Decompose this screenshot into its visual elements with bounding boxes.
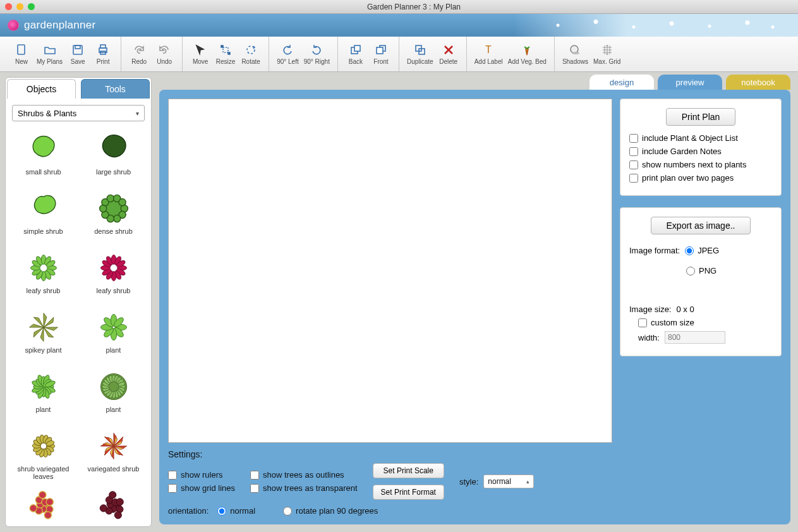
print-icon [96, 43, 110, 57]
max-grid-button[interactable]: Max. Grid [591, 42, 623, 66]
send-back-button[interactable]: Back [343, 42, 368, 66]
category-dropdown[interactable]: Shrubs & Plants [12, 105, 145, 121]
resize-button[interactable]: Resize [213, 42, 238, 66]
palette-item[interactable]: plant [8, 366, 78, 423]
style-select[interactable]: normal [483, 475, 534, 488]
palette-item[interactable]: plant [78, 366, 148, 423]
palette-item[interactable]: leafy shrub [8, 248, 78, 305]
move-cursor-icon [193, 43, 207, 57]
svg-point-134 [116, 499, 123, 505]
svg-point-115 [44, 512, 51, 519]
width-label: width: [638, 333, 660, 342]
shadow-icon [568, 43, 582, 57]
tab-objects[interactable]: Objects [7, 79, 76, 99]
palette-item[interactable]: dense shrub [78, 188, 148, 245]
palette-item[interactable]: large shrub [78, 129, 148, 186]
tab-tools[interactable]: Tools [81, 79, 150, 99]
plant-icon [26, 369, 61, 404]
chk-trees-outlines[interactable]: show trees as outlines [250, 470, 358, 480]
print-button[interactable]: Print [90, 42, 116, 66]
set-print-format-button[interactable]: Set Print Format [373, 485, 444, 500]
print-plan-button[interactable]: Print Plan [666, 108, 736, 126]
bring-front-button[interactable]: Front [368, 42, 394, 66]
new-button[interactable]: New [9, 42, 34, 66]
palette-item[interactable] [8, 485, 78, 526]
add-label-button[interactable]: TAdd Label [472, 42, 505, 66]
svg-rect-7 [221, 45, 223, 47]
svg-rect-4 [100, 45, 106, 48]
svg-point-118 [30, 505, 37, 512]
plant-icon [96, 131, 131, 167]
radio-jpeg[interactable]: JPEG [685, 246, 719, 255]
minimize-icon[interactable] [16, 3, 23, 10]
svg-point-126 [114, 512, 121, 519]
shadows-button[interactable]: Shadows [560, 42, 591, 66]
preview-canvas[interactable] [168, 99, 612, 443]
palette-item[interactable]: variegated shrub [78, 426, 148, 483]
plant-icon [26, 250, 61, 286]
print-settings: Settings: show rulers show grid lines sh… [168, 449, 612, 516]
object-palette[interactable]: small shrublarge shrubsimple shrubdense … [6, 125, 151, 526]
rotate-left-button[interactable]: 90° Left [274, 42, 301, 66]
plant-icon [96, 369, 131, 404]
image-size-label: Image size: [629, 305, 671, 314]
radio-png[interactable]: PNG [686, 266, 716, 275]
zoom-icon[interactable] [28, 3, 35, 10]
work-area: Settings: show rulers show grid lines sh… [159, 90, 790, 524]
palette-item[interactable]: plant [78, 307, 148, 364]
undo-button[interactable]: Undo [152, 42, 177, 66]
radio-orient-normal[interactable]: normal [217, 506, 255, 516]
svg-text:T: T [485, 44, 492, 55]
svg-point-132 [109, 492, 116, 499]
plant-icon [26, 131, 61, 167]
tab-preview[interactable]: preview [658, 75, 722, 90]
svg-point-27 [107, 195, 114, 202]
plant-icon [96, 310, 131, 345]
export-image-button[interactable]: Export as image.. [651, 217, 751, 234]
app-header: gardenplanner [0, 14, 798, 37]
chk-include-plantlist[interactable]: include Plant & Object List [629, 133, 772, 143]
palette-item[interactable]: simple shrub [8, 188, 78, 245]
delete-icon [442, 43, 456, 57]
move-button[interactable]: Move [188, 42, 213, 66]
resize-icon [219, 43, 233, 57]
rotate-icon [244, 43, 258, 57]
chk-custom-size[interactable]: custom size [638, 318, 772, 327]
duplicate-button[interactable]: Duplicate [404, 42, 436, 66]
redo-button[interactable]: Redo [126, 42, 152, 66]
rotate-button[interactable]: Rotate [238, 42, 263, 66]
set-print-scale-button[interactable]: Set Print Scale [373, 463, 444, 478]
svg-point-18 [572, 52, 579, 54]
palette-item[interactable]: spikey plant [8, 307, 78, 364]
tab-notebook[interactable]: notebook [726, 75, 790, 90]
chk-show-rulers[interactable]: show rulers [168, 470, 235, 480]
chk-trees-transparent[interactable]: show trees as transparent [250, 483, 358, 493]
left-panel: Objects Tools Shrubs & Plants small shru… [0, 72, 157, 532]
palette-item[interactable]: leafy shrub [78, 248, 148, 305]
save-button[interactable]: Save [65, 42, 90, 66]
palette-item[interactable]: small shrub [8, 129, 78, 186]
settings-heading: Settings: [168, 449, 612, 459]
palette-label: leafy shrub [97, 287, 131, 302]
palette-item[interactable] [78, 485, 148, 526]
text-icon: T [481, 43, 495, 57]
close-icon[interactable] [5, 3, 12, 10]
palette-item[interactable]: shrub variegated leaves [8, 426, 78, 483]
add-veg-bed-button[interactable]: Add Veg. Bed [505, 42, 549, 66]
radio-orient-rot90[interactable]: rotate plan 90 degrees [283, 506, 378, 516]
chk-show-grid[interactable]: show grid lines [168, 483, 235, 493]
my-plans-button[interactable]: My Plans [34, 42, 65, 66]
chk-two-pages[interactable]: print plan over two pages [629, 173, 772, 183]
window-controls [5, 3, 35, 10]
plant-icon [96, 428, 131, 464]
chk-include-notes[interactable]: include Garden Notes [629, 147, 772, 156]
width-input[interactable] [665, 331, 725, 344]
tab-design[interactable]: design [589, 75, 654, 90]
app-logo-icon [8, 20, 19, 31]
export-card: Export as image.. Image format: JPEG PNG… [620, 207, 782, 356]
delete-button[interactable]: Delete [436, 42, 461, 66]
svg-point-9 [247, 46, 255, 54]
print-card: Print Plan include Plant & Object List i… [620, 99, 782, 196]
chk-show-numbers[interactable]: show numbers next to plants [629, 160, 772, 169]
rotate-right-button[interactable]: 90° Right [301, 42, 332, 66]
